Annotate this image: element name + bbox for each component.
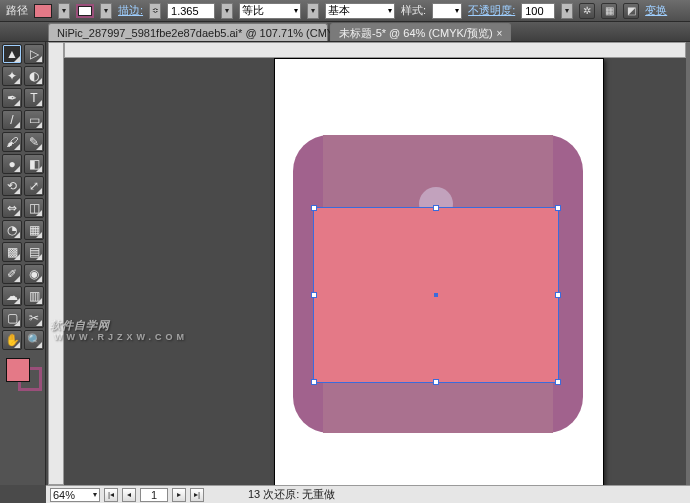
profile-combo[interactable]: 基本▾ bbox=[325, 3, 395, 19]
tool-zoom[interactable]: 🔍 bbox=[24, 330, 44, 350]
align-icon[interactable]: ▦ bbox=[601, 3, 617, 19]
color-block bbox=[2, 354, 44, 394]
tool-line[interactable]: / bbox=[2, 110, 22, 130]
ruler-horizontal[interactable] bbox=[64, 42, 686, 58]
tool-width[interactable]: ⇔ bbox=[2, 198, 22, 218]
stroke-swatch[interactable] bbox=[76, 4, 94, 18]
tool-gradient[interactable]: ▤ bbox=[24, 242, 44, 262]
stroke-label[interactable]: 描边: bbox=[118, 3, 143, 18]
tool-slice[interactable]: ✂ bbox=[24, 308, 44, 328]
dash-combo[interactable]: 等比▾ bbox=[239, 3, 301, 19]
tool-rect[interactable]: ▭ bbox=[24, 110, 44, 130]
tool-eyedrop[interactable]: ✐ bbox=[2, 264, 22, 284]
selection-handle-ml[interactable] bbox=[311, 292, 317, 298]
zoom-value: 64% bbox=[53, 489, 75, 501]
stroke-width-input[interactable]: 1.365 bbox=[167, 3, 215, 19]
opacity-label[interactable]: 不透明度: bbox=[468, 3, 515, 18]
recolor-icon[interactable]: ✲ bbox=[579, 3, 595, 19]
selection-handle-tc[interactable] bbox=[433, 205, 439, 211]
tool-free-trans[interactable]: ◫ bbox=[24, 198, 44, 218]
doc-tab-1-label: 未标题-5* @ 64% (CMYK/预览) bbox=[339, 26, 493, 41]
tool-blob[interactable]: ● bbox=[2, 154, 22, 174]
doc-tab-1[interactable]: 未标题-5* @ 64% (CMYK/预览)× bbox=[330, 23, 511, 41]
undo-status-text: 13 次还原: 无重做 bbox=[248, 487, 335, 502]
close-icon[interactable]: × bbox=[497, 28, 503, 39]
page-input[interactable]: 1 bbox=[140, 488, 168, 502]
artboard bbox=[274, 58, 604, 485]
zoom-input[interactable]: 64%▾ bbox=[50, 488, 100, 502]
tool-magic-wand[interactable]: ✦ bbox=[2, 66, 22, 86]
stroke-dropdown[interactable]: ▾ bbox=[100, 3, 112, 19]
tool-selection[interactable]: ▲ bbox=[2, 44, 22, 64]
stroke-width-step[interactable]: ▾ bbox=[221, 3, 233, 19]
profile-combo-label: 基本 bbox=[328, 3, 350, 18]
canvas[interactable] bbox=[64, 58, 686, 485]
selection-center-point[interactable] bbox=[434, 293, 438, 297]
fill-swatch[interactable] bbox=[34, 4, 52, 18]
tool-direct-select[interactable]: ▷ bbox=[24, 44, 44, 64]
options-bar: 路径 ▾ ▾ 描边: ≎ 1.365 ▾ 等比▾ ▾ 基本▾ 样式: ▾ 不透明… bbox=[0, 0, 690, 22]
tool-scale[interactable]: ⤢ bbox=[24, 176, 44, 196]
selection-handle-mr[interactable] bbox=[555, 292, 561, 298]
vertical-scrollbar[interactable] bbox=[686, 42, 690, 485]
toolbox: ▲▷✦◐✒T/▭🖌✎●◧⟲⤢⇔◫◔▦▩▤✐◉☁▥▢✂✋🔍 bbox=[0, 42, 46, 485]
first-page-button[interactable]: |◂ bbox=[104, 488, 118, 502]
opacity-input[interactable]: 100 bbox=[521, 3, 555, 19]
tool-blend[interactable]: ◉ bbox=[24, 264, 44, 284]
selected-rect-shape[interactable] bbox=[313, 207, 559, 383]
stroke-width-step2[interactable]: ▾ bbox=[307, 3, 319, 19]
tool-type[interactable]: T bbox=[24, 88, 44, 108]
tool-graph[interactable]: ▥ bbox=[24, 286, 44, 306]
doc-tab-0[interactable]: NiPic_287997_5981fbe2e87daeb5.ai* @ 107.… bbox=[48, 23, 328, 41]
tool-eraser[interactable]: ◧ bbox=[24, 154, 44, 174]
stroke-stepper[interactable]: ≎ bbox=[149, 3, 161, 19]
tool-hand[interactable]: ✋ bbox=[2, 330, 22, 350]
tool-rotate[interactable]: ⟲ bbox=[2, 176, 22, 196]
tool-brush[interactable]: 🖌 bbox=[2, 132, 22, 152]
status-bar: 64%▾ |◂ ◂ 1 ▸ ▸| 13 次还原: 无重做 bbox=[46, 485, 690, 503]
tabs-bar: NiPic_287997_5981fbe2e87daeb5.ai* @ 107.… bbox=[0, 22, 690, 42]
path-label: 路径 bbox=[6, 3, 28, 18]
doc-tab-0-label: NiPic_287997_5981fbe2e87daeb5.ai* @ 107.… bbox=[57, 26, 370, 41]
fill-color[interactable] bbox=[6, 358, 30, 382]
main-area: ▲▷✦◐✒T/▭🖌✎●◧⟲⤢⇔◫◔▦▩▤✐◉☁▥▢✂✋🔍 软件自学网 WWW.R… bbox=[0, 42, 690, 485]
style-label: 样式: bbox=[401, 3, 426, 18]
last-page-button[interactable]: ▸| bbox=[190, 488, 204, 502]
change-link[interactable]: 变换 bbox=[645, 3, 667, 18]
dash-combo-label: 等比 bbox=[242, 3, 264, 18]
ruler-vertical[interactable] bbox=[48, 42, 64, 485]
tool-shape-builder[interactable]: ◔ bbox=[2, 220, 22, 240]
tool-symbol[interactable]: ☁ bbox=[2, 286, 22, 306]
selection-handle-br[interactable] bbox=[555, 379, 561, 385]
tool-pen[interactable]: ✒ bbox=[2, 88, 22, 108]
selection-handle-bc[interactable] bbox=[433, 379, 439, 385]
selection-handle-tl[interactable] bbox=[311, 205, 317, 211]
selection-handle-tr[interactable] bbox=[555, 205, 561, 211]
tool-mesh[interactable]: ▩ bbox=[2, 242, 22, 262]
prev-page-button[interactable]: ◂ bbox=[122, 488, 136, 502]
selection-handle-bl[interactable] bbox=[311, 379, 317, 385]
transform-icon[interactable]: ◩ bbox=[623, 3, 639, 19]
fill-dropdown[interactable]: ▾ bbox=[58, 3, 70, 19]
tool-perspective[interactable]: ▦ bbox=[24, 220, 44, 240]
opacity-step[interactable]: ▾ bbox=[561, 3, 573, 19]
tool-pencil[interactable]: ✎ bbox=[24, 132, 44, 152]
tool-artboard[interactable]: ▢ bbox=[2, 308, 22, 328]
next-page-button[interactable]: ▸ bbox=[172, 488, 186, 502]
style-combo[interactable]: ▾ bbox=[432, 3, 462, 19]
tool-lasso[interactable]: ◐ bbox=[24, 66, 44, 86]
